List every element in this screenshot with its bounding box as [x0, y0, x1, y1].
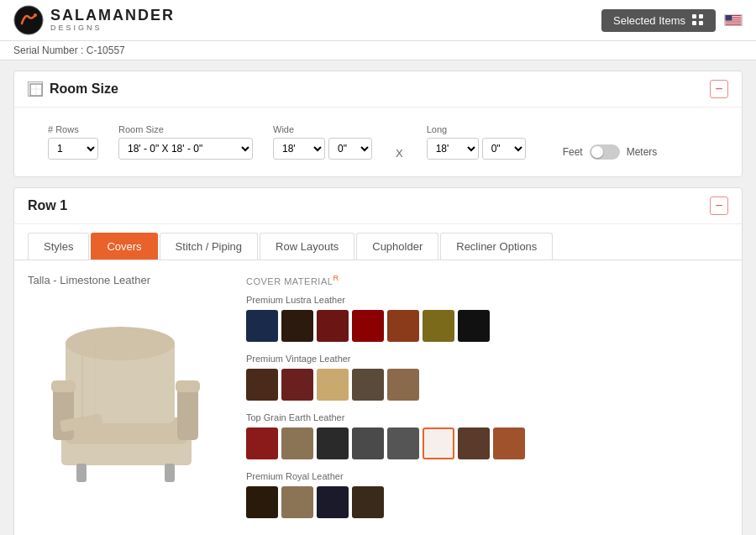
swatch[interactable]	[317, 369, 349, 401]
brand-sub: DESIGNS	[50, 24, 175, 33]
unit-toggle[interactable]	[590, 144, 620, 160]
row1-header: Row 1 −	[14, 188, 742, 224]
svg-rect-21	[76, 464, 87, 482]
svg-rect-20	[176, 380, 200, 392]
swatch[interactable]	[493, 427, 525, 459]
room-size-title: Room Size	[28, 81, 118, 97]
material-group-lustra: Premium Lustra Leather	[246, 295, 728, 342]
row1-title: Row 1	[28, 198, 67, 213]
tab-covers[interactable]: Covers	[91, 233, 157, 260]
chair-preview: Talla - Limestone Leather	[28, 274, 229, 535]
brand-name: SALAMANDER	[50, 8, 175, 24]
feet-label: Feet	[563, 146, 583, 158]
swatch[interactable]	[458, 427, 490, 459]
material-name-vintage: Premium Vintage Leather	[246, 354, 728, 364]
serial-label: Serial Number :	[13, 45, 83, 56]
room-size-collapse-button[interactable]: −	[710, 80, 728, 98]
material-group-vintage: Premium Vintage Leather	[246, 354, 728, 401]
svg-rect-17	[53, 386, 74, 440]
swatch[interactable]	[281, 486, 313, 518]
swatches-earth	[246, 427, 728, 459]
wide-in-select[interactable]: 0"	[328, 138, 372, 160]
serial-bar: Serial Number : C-10557	[0, 41, 756, 60]
swatch[interactable]	[246, 310, 278, 342]
swatch[interactable]	[423, 310, 454, 342]
swatch[interactable]	[352, 486, 384, 518]
material-group-earth: Top Grain Earth Leather	[246, 412, 728, 459]
swatch[interactable]	[246, 486, 278, 518]
chair-label: Talla - Limestone Leather	[28, 274, 150, 286]
long-in-select[interactable]: 0"	[482, 138, 526, 160]
rows-select[interactable]: 1234	[48, 138, 98, 160]
main-content: Room Size − # Rows 1234 Room Size 18' - …	[0, 60, 756, 535]
swatch[interactable]	[387, 369, 419, 401]
rows-group: # Rows 1234	[48, 124, 98, 160]
swatch[interactable]	[387, 310, 419, 342]
swatch[interactable]	[387, 427, 419, 459]
svg-rect-22	[165, 464, 175, 482]
selected-items-button[interactable]: Selected Items	[601, 9, 716, 32]
room-size-label: Room Size	[118, 124, 253, 134]
logo-area: SALAMANDER DESIGNS	[13, 5, 175, 35]
tab-recliner-options[interactable]: Recliner Options	[440, 233, 553, 260]
rows-label: # Rows	[48, 124, 98, 134]
svg-rect-7	[726, 22, 742, 23]
long-ft-select[interactable]: 18'	[427, 138, 479, 160]
svg-point-1	[34, 13, 37, 17]
tabs-row: Styles Covers Stitch / Piping Row Layout…	[14, 224, 742, 260]
swatch[interactable]	[281, 310, 313, 342]
header-right: Selected Items	[601, 9, 743, 32]
swatch[interactable]	[352, 427, 384, 459]
chair-svg	[36, 293, 221, 486]
swatch[interactable]	[317, 427, 349, 459]
tab-stitch-piping[interactable]: Stitch / Piping	[160, 233, 259, 260]
swatches-royal	[246, 486, 728, 518]
swatch-selected[interactable]	[423, 427, 454, 459]
meters-label: Meters	[627, 146, 658, 158]
salamander-logo-icon	[13, 5, 44, 35]
room-size-header: Room Size −	[14, 71, 742, 108]
serial-value: C-10557	[87, 45, 125, 56]
material-name-earth: Top Grain Earth Leather	[246, 412, 728, 422]
swatch[interactable]	[281, 369, 313, 401]
swatches-vintage	[246, 369, 728, 401]
wide-ft-select[interactable]: 18'	[273, 138, 325, 160]
swatch[interactable]	[281, 427, 313, 459]
flag-icon	[724, 14, 743, 26]
long-label: Long	[427, 124, 526, 134]
svg-rect-19	[177, 386, 198, 440]
unit-toggle-group: Feet Meters	[546, 144, 666, 160]
svg-point-16	[66, 327, 175, 360]
grid-icon	[692, 14, 704, 26]
swatch[interactable]	[317, 486, 349, 518]
swatch[interactable]	[352, 310, 384, 342]
swatch[interactable]	[246, 427, 278, 459]
swatch[interactable]	[317, 310, 349, 342]
svg-rect-9	[726, 15, 732, 20]
tab-styles[interactable]: Styles	[28, 233, 89, 260]
toggle-thumb	[591, 146, 603, 158]
x-separator: X	[392, 147, 407, 160]
room-size-icon	[28, 81, 43, 97]
swatch[interactable]	[458, 310, 490, 342]
swatch[interactable]	[352, 369, 384, 401]
swatches-lustra	[246, 310, 728, 342]
header: SALAMANDER DESIGNS Selected Items	[0, 0, 756, 41]
svg-rect-6	[726, 20, 742, 21]
tab-cupholder[interactable]: Cupholder	[356, 233, 438, 260]
cover-material-title: COVER MATERIALR	[246, 274, 728, 286]
wide-group: Wide 18' 0"	[273, 124, 372, 160]
svg-rect-8	[726, 24, 742, 24]
svg-point-0	[14, 6, 43, 34]
swatch[interactable]	[246, 369, 278, 401]
row1-collapse-button[interactable]: −	[710, 197, 728, 215]
swatches-scroll-area[interactable]: Premium Lustra Leather	[246, 295, 728, 535]
room-size-select[interactable]: 18' - 0" X 18' - 0"	[118, 138, 253, 160]
long-group: Long 18' 0"	[427, 124, 526, 160]
tab-row-layouts[interactable]: Row Layouts	[260, 233, 354, 260]
content-area: Talla - Limestone Leather	[14, 260, 742, 535]
wide-label: Wide	[273, 124, 372, 134]
material-name-lustra: Premium Lustra Leather	[246, 295, 728, 305]
logo-text: SALAMANDER DESIGNS	[50, 8, 175, 33]
row1-card: Row 1 − Styles Covers Stitch / Piping Ro…	[13, 187, 743, 535]
